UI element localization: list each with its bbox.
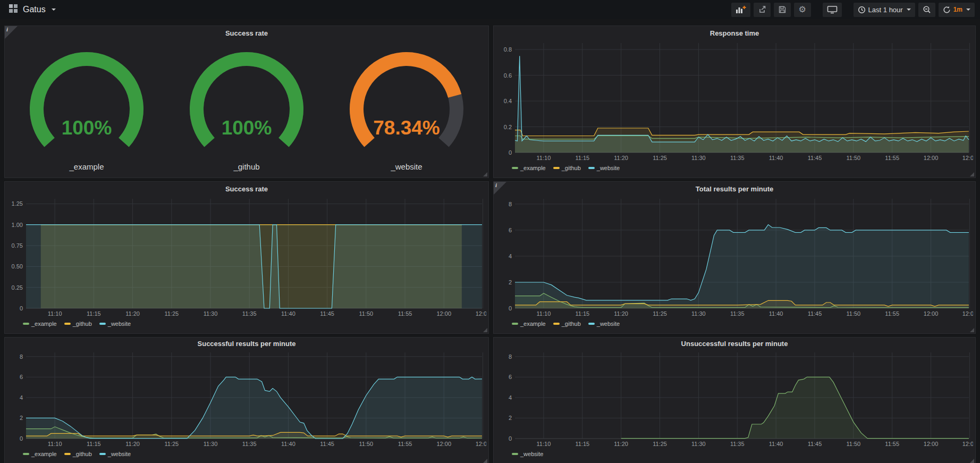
svg-text:11:30: 11:30 (204, 310, 218, 317)
svg-text:2: 2 (509, 415, 512, 421)
legend-item-_github[interactable]: _github (64, 321, 92, 327)
svg-text:0.4: 0.4 (504, 98, 512, 104)
svg-text:11:45: 11:45 (320, 310, 334, 317)
svg-text:11:30: 11:30 (691, 441, 706, 447)
legend-item-_example[interactable]: _example (23, 451, 57, 457)
svg-text:8: 8 (509, 353, 512, 360)
svg-text:0.25: 0.25 (12, 284, 23, 291)
legend-item-_github[interactable]: _github (553, 165, 581, 171)
svg-text:11:10: 11:10 (537, 310, 551, 317)
refresh-icon (943, 6, 951, 14)
panel-title-text: Response time (710, 29, 759, 37)
panel-info-icon[interactable]: i (5, 26, 18, 39)
legend-item-_website[interactable]: _website (588, 165, 620, 171)
legend-item-_github[interactable]: _github (64, 451, 92, 457)
svg-text:12:00: 12:00 (924, 310, 939, 317)
legend-item-_github[interactable]: _github (553, 321, 581, 327)
svg-text:11:35: 11:35 (730, 310, 745, 317)
grid-icon[interactable] (9, 4, 18, 15)
dashboard-title[interactable]: Gatus (23, 5, 46, 14)
svg-text:11:15: 11:15 (87, 310, 101, 317)
panel-title[interactable]: Successful results per minute (8, 338, 485, 349)
gauge-label: _github (233, 162, 259, 171)
svg-text:12:05: 12:05 (476, 441, 486, 447)
svg-text:12:05: 12:05 (962, 441, 973, 447)
svg-text:11:45: 11:45 (320, 441, 334, 447)
panel-title[interactable]: Unsuccessful results per minute (497, 338, 972, 349)
legend-swatch (553, 323, 560, 325)
total-results-chart[interactable]: 11:1011:1511:2011:2511:3011:3511:4011:45… (497, 196, 973, 319)
chart-legend: _website (512, 451, 972, 457)
response-time-chart[interactable]: 11:1011:1511:2011:2511:3011:3511:4011:45… (497, 40, 973, 163)
chart-legend: _example_github_website (23, 451, 485, 457)
chart-legend: _example_github_website (512, 321, 972, 327)
svg-text:11:30: 11:30 (204, 441, 218, 447)
svg-text:12:00: 12:00 (436, 310, 451, 317)
svg-text:1.25: 1.25 (12, 200, 23, 207)
time-range-picker[interactable]: Last 1 hour (854, 3, 915, 17)
zoom-out-button[interactable] (918, 3, 935, 17)
successful-results-chart[interactable]: 11:1011:1511:2011:2511:3011:3511:4011:45… (8, 349, 486, 449)
svg-text:2: 2 (509, 279, 512, 285)
svg-text:11:40: 11:40 (769, 310, 783, 317)
svg-text:12:00: 12:00 (924, 441, 939, 447)
svg-text:6: 6 (20, 374, 23, 380)
unsuccessful-results-chart[interactable]: 11:1011:1511:2011:2511:3011:3511:4011:45… (497, 349, 973, 449)
svg-text:4: 4 (509, 253, 512, 259)
legend-label: _website (108, 451, 131, 457)
success-rate-chart[interactable]: 11:1011:1511:2011:2511:3011:3511:4011:45… (8, 196, 486, 319)
panel-title[interactable]: Total results per minute (497, 182, 972, 196)
legend-label: _github (562, 165, 581, 171)
svg-text:0.75: 0.75 (12, 242, 23, 249)
svg-text:11:15: 11:15 (575, 310, 589, 317)
svg-text:0.6: 0.6 (504, 72, 512, 79)
svg-text:11:10: 11:10 (537, 155, 551, 161)
legend-item-_website[interactable]: _website (512, 451, 543, 457)
panel-info-icon[interactable]: i (494, 182, 506, 195)
svg-text:11:55: 11:55 (885, 155, 899, 161)
legend-swatch (588, 323, 595, 325)
svg-text:11:50: 11:50 (846, 155, 860, 161)
chevron-down-icon (966, 9, 970, 11)
legend-item-_example[interactable]: _example (512, 321, 546, 327)
add-panel-button[interactable] (731, 3, 750, 17)
svg-text:11:20: 11:20 (125, 441, 140, 447)
legend-item-_example[interactable]: _example (512, 165, 546, 171)
panel-title-text: Unsuccessful results per minute (681, 340, 788, 348)
svg-text:11:15: 11:15 (575, 155, 589, 161)
svg-text:11:10: 11:10 (537, 441, 551, 447)
panel-title-text: Success rate (225, 185, 268, 193)
svg-text:12:05: 12:05 (962, 310, 973, 317)
svg-text:11:25: 11:25 (164, 441, 179, 447)
svg-text:11:55: 11:55 (885, 310, 899, 317)
legend-swatch (23, 323, 29, 325)
svg-text:11:40: 11:40 (769, 155, 783, 161)
legend-label: _example (520, 165, 546, 171)
legend-label: _website (597, 321, 620, 327)
legend-item-_example[interactable]: _example (23, 321, 57, 327)
svg-text:0: 0 (509, 149, 512, 156)
refresh-button[interactable]: 1m (939, 3, 975, 17)
legend-swatch (588, 167, 595, 169)
svg-text:11:55: 11:55 (398, 441, 412, 447)
cycle-view-button[interactable] (823, 3, 842, 17)
legend-item-_website[interactable]: _website (99, 451, 131, 457)
svg-text:6: 6 (509, 374, 512, 380)
legend-label: _example (31, 451, 57, 457)
svg-text:11:10: 11:10 (48, 441, 62, 447)
svg-text:12:05: 12:05 (962, 155, 973, 161)
legend-item-_website[interactable]: _website (588, 321, 620, 327)
legend-label: _website (597, 165, 620, 171)
panel-title[interactable]: Response time (497, 26, 972, 40)
dashboard-title-group[interactable]: Gatus (5, 4, 56, 15)
panel-title[interactable]: Success rate (8, 182, 485, 196)
save-button[interactable] (774, 3, 791, 17)
settings-button[interactable]: ⚙ (794, 3, 811, 17)
svg-text:6: 6 (509, 227, 512, 233)
panel-title-text: Successful results per minute (198, 340, 296, 348)
panel-title[interactable]: Success rate (8, 26, 485, 40)
legend-item-_website[interactable]: _website (99, 321, 131, 327)
svg-text:11:55: 11:55 (885, 441, 899, 447)
svg-text:11:35: 11:35 (242, 310, 257, 317)
share-button[interactable] (754, 3, 771, 17)
